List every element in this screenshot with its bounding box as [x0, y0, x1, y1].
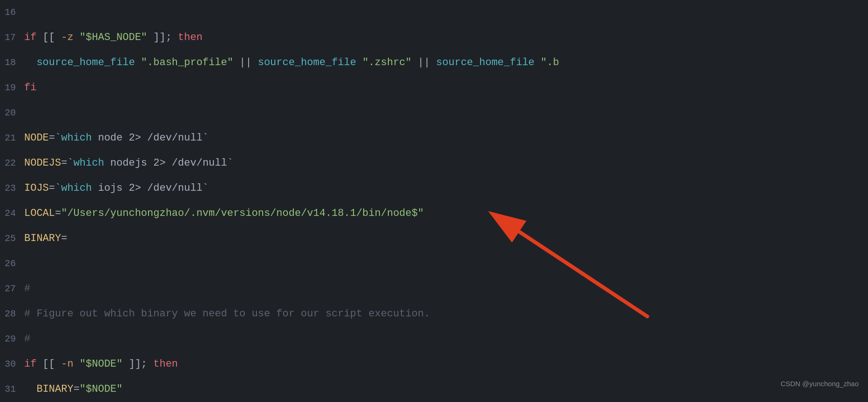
token-str: "/Users/yunchongzhao/.nvm/versions/node/…: [61, 208, 424, 219]
token-assign-name: BINARY: [24, 233, 61, 244]
token-source-cmd: source_home_file: [36, 57, 135, 68]
code-container: 16 17if [[ -z "$HAS_NODE" ]]; then18 sou…: [0, 0, 868, 402]
token-kw: if: [24, 358, 36, 370]
line-content: #: [24, 327, 868, 352]
token-plain: [535, 57, 541, 68]
line-content: # Figure out which binary we need to use…: [24, 302, 868, 327]
code-line: 26: [0, 251, 868, 276]
line-content: [24, 0, 868, 25]
token-plain: =: [55, 208, 61, 219]
code-line: 20: [0, 100, 868, 126]
code-line: 25BINARY=: [0, 226, 868, 251]
line-content: NODEJS=`which nodejs 2> /dev/null`: [24, 151, 868, 176]
token-kw: fi: [24, 82, 36, 94]
watermark: CSDN @yunchong_zhao: [780, 371, 859, 396]
token-str: ".bash_profile": [141, 57, 233, 68]
token-str: "$NODE": [80, 358, 122, 370]
code-line: 22NODEJS=`which nodejs 2> /dev/null`: [0, 151, 868, 176]
line-number: 23: [0, 176, 24, 201]
token-plain: =`: [49, 182, 61, 194]
token-str: ".b: [541, 57, 559, 68]
token-plain: [135, 57, 141, 68]
line-number: 28: [0, 302, 24, 327]
token-cmd: which: [74, 157, 104, 169]
code-line: 16: [0, 0, 868, 25]
code-line: 27#: [0, 276, 868, 302]
line-number: 22: [0, 151, 24, 176]
token-plain: [74, 358, 80, 370]
token-plain: ]];: [147, 32, 178, 43]
line-number: 29: [0, 327, 24, 352]
line-number: 20: [0, 100, 24, 126]
token-source-cmd: source_home_file: [436, 57, 535, 68]
token-str: ".zshrc": [362, 57, 412, 68]
code-line: 17if [[ -z "$HAS_NODE" ]]; then: [0, 25, 868, 50]
line-number: 21: [0, 126, 24, 151]
line-content: source_home_file ".bash_profile" || sour…: [24, 50, 868, 75]
token-cmd: which: [61, 182, 92, 194]
token-str: "$HAS_NODE": [80, 32, 147, 43]
token-plain: ||: [412, 57, 436, 68]
token-kw: if: [24, 32, 36, 43]
token-assign-name: NODEJS: [24, 157, 61, 169]
line-number: 17: [0, 25, 24, 50]
code-line: 28# Figure out which binary we need to u…: [0, 302, 868, 327]
code-line: 29#: [0, 327, 868, 352]
line-content: fi: [24, 75, 868, 100]
token-plain: =`: [49, 132, 61, 144]
line-number: 19: [0, 75, 24, 100]
token-indent: [24, 57, 36, 68]
code-line: 31 BINARY="$NODE": [0, 377, 868, 402]
token-kw: then: [153, 358, 178, 370]
code-line: 21NODE=`which node 2> /dev/null`: [0, 126, 868, 151]
line-number: 16: [0, 0, 24, 25]
line-content: BINARY=: [24, 226, 868, 251]
code-line: 23IOJS=`which iojs 2> /dev/null`: [0, 176, 868, 201]
token-plain: nodejs 2> /dev/null`: [104, 157, 233, 169]
token-comment: # Figure out which binary we need to use…: [24, 308, 430, 320]
token-plain: node 2> /dev/null`: [92, 132, 209, 144]
line-number: 25: [0, 226, 24, 251]
token-assign-name: BINARY: [36, 383, 73, 395]
token-plain: [[: [36, 358, 61, 370]
token-plain: iojs 2> /dev/null`: [92, 182, 209, 194]
token-plain: =: [61, 233, 67, 244]
line-content: NODE=`which node 2> /dev/null`: [24, 126, 868, 151]
token-assign-name: IOJS: [24, 182, 49, 194]
token-str: "$NODE": [80, 383, 122, 395]
token-indent: [24, 383, 36, 395]
code-line: 24LOCAL="/Users/yunchongzhao/.nvm/versio…: [0, 201, 868, 226]
token-assign-name: NODE: [24, 132, 49, 144]
token-plain: [74, 32, 80, 43]
token-kw: then: [178, 32, 203, 43]
token-assign-name: LOCAL: [24, 208, 55, 219]
line-number: 24: [0, 201, 24, 226]
token-plain: =: [74, 383, 80, 395]
line-content: IOJS=`which iojs 2> /dev/null`: [24, 176, 868, 201]
token-flag: -n: [61, 358, 73, 370]
line-number: 30: [0, 352, 24, 377]
token-plain: ||: [233, 57, 258, 68]
line-content: LOCAL="/Users/yunchongzhao/.nvm/versions…: [24, 201, 868, 226]
line-number: 31: [0, 377, 24, 402]
line-content: #: [24, 276, 868, 302]
token-flag: -z: [61, 32, 73, 43]
line-content: [24, 100, 868, 126]
line-number: 27: [0, 276, 24, 302]
token-source-cmd: source_home_file: [258, 57, 356, 68]
line-content: BINARY="$NODE": [24, 377, 868, 402]
line-content: [24, 251, 868, 276]
code-line: 18 source_home_file ".bash_profile" || s…: [0, 50, 868, 75]
line-number: 18: [0, 50, 24, 75]
line-number: 26: [0, 251, 24, 276]
token-comment: #: [24, 333, 30, 345]
line-content: if [[ -n "$NODE" ]]; then: [24, 352, 868, 377]
token-plain: ]];: [122, 358, 153, 370]
code-line: 30if [[ -n "$NODE" ]]; then: [0, 352, 868, 377]
token-comment: #: [24, 283, 30, 295]
token-plain: [[: [36, 32, 61, 43]
token-plain: =`: [61, 157, 73, 169]
line-content: if [[ -z "$HAS_NODE" ]]; then: [24, 25, 868, 50]
code-line: 19fi: [0, 75, 868, 100]
token-cmd: which: [61, 132, 92, 144]
